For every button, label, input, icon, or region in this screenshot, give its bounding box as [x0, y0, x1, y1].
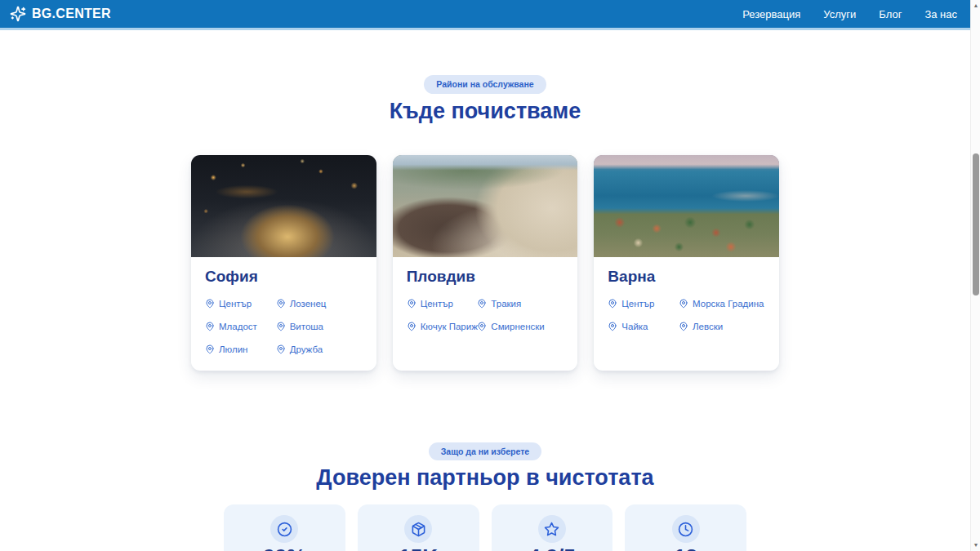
varna-sea-coast-aerial-image	[594, 155, 779, 257]
stat-cards: 99% 15K 4.9/5 12	[224, 504, 746, 551]
stat-icon-circle	[270, 515, 298, 543]
district-item: Център	[608, 299, 679, 309]
scroll-down-arrow[interactable]: ▼	[971, 540, 980, 550]
district-label: Лозенец	[290, 299, 327, 309]
district-label: Тракия	[491, 299, 521, 309]
map-pin-icon	[679, 299, 688, 309]
district-item: Център	[407, 299, 478, 309]
map-pin-icon	[205, 344, 215, 354]
city-name: Варна	[608, 268, 765, 286]
section-title: Доверен партньор в чистотата	[0, 465, 970, 491]
map-pin-icon	[407, 322, 416, 331]
city-cards: София ЦентърЛозенецМладостВитошаЛюлинДру…	[191, 155, 779, 371]
map-pin-icon	[276, 322, 286, 331]
star-icon	[544, 522, 559, 537]
city-name: София	[205, 268, 363, 286]
district-item: Младост	[205, 322, 276, 331]
stat-card: 12	[625, 504, 746, 551]
city-card: Пловдив ЦентърТракияКючук ПарижСмирненск…	[393, 155, 578, 371]
district-list: ЦентърМорска ГрадинаЧайкаЛевски	[608, 299, 765, 331]
stat-value: 4.9/5	[492, 545, 613, 551]
district-label: Смирненски	[491, 322, 544, 331]
section-title: Къде почистваме	[0, 99, 970, 124]
map-pin-icon	[477, 299, 487, 309]
district-item: Витоша	[276, 322, 363, 331]
city-name: Пловдив	[407, 268, 564, 286]
nav-link[interactable]: Блог	[879, 8, 902, 20]
district-label: Дружба	[290, 344, 323, 354]
district-label: Център	[219, 299, 252, 309]
plovdiv-ancient-theatre-image	[393, 155, 578, 257]
district-item: Морска Градина	[679, 299, 765, 309]
section-badge: Защо да ни изберете	[429, 442, 541, 461]
stat-card: 99%	[224, 504, 345, 551]
header: BG.CENTER РезервацияУслугиБлогЗа нас	[0, 0, 970, 30]
stat-icon-circle	[672, 515, 700, 543]
district-item: Дружба	[276, 344, 363, 354]
nav-link[interactable]: Резервация	[742, 8, 800, 20]
stat-icon-circle	[538, 515, 566, 543]
clock-icon	[678, 522, 693, 537]
sparkles-icon	[10, 6, 26, 22]
map-pin-icon	[276, 299, 286, 309]
district-item: Чайка	[608, 322, 679, 331]
district-item: Левски	[679, 322, 765, 331]
district-item: Тракия	[477, 299, 564, 309]
main-nav: РезервацияУслугиБлогЗа нас	[742, 8, 957, 20]
stat-icon-circle	[404, 515, 432, 543]
district-label: Център	[621, 299, 654, 309]
map-pin-icon	[205, 299, 215, 309]
city-card: Варна ЦентърМорска ГрадинаЧайкаЛевски	[594, 155, 779, 371]
map-pin-icon	[276, 344, 286, 354]
service-areas-section: Райони на обслужване Къде почистваме Соф…	[0, 30, 970, 371]
scrollbar[interactable]: ▲ ▼	[970, 0, 980, 551]
check-circle-icon	[277, 522, 292, 537]
map-pin-icon	[679, 322, 688, 331]
district-item: Люлин	[205, 344, 276, 354]
district-item: Смирненски	[477, 322, 564, 331]
stat-value: 12	[625, 545, 746, 551]
district-label: Чайка	[621, 322, 648, 331]
district-item: Кючук Париж	[407, 322, 478, 331]
scroll-up-arrow[interactable]: ▲	[971, 1, 980, 11]
district-label: Център	[421, 299, 453, 309]
nav-link[interactable]: Услуги	[823, 8, 856, 20]
map-pin-icon	[477, 322, 487, 331]
district-label: Младост	[219, 322, 257, 331]
district-label: Левски	[693, 322, 723, 331]
map-pin-icon	[608, 322, 617, 331]
stat-value: 15K	[358, 545, 479, 551]
district-list: ЦентърЛозенецМладостВитошаЛюлинДружба	[205, 299, 363, 354]
city-card: София ЦентърЛозенецМладостВитошаЛюлинДру…	[191, 155, 376, 371]
district-item: Лозенец	[276, 299, 363, 309]
sofia-cathedral-night-aerial-image	[191, 155, 376, 257]
district-label: Люлин	[219, 344, 247, 354]
page: BG.CENTER РезервацияУслугиБлогЗа нас Рай…	[0, 0, 970, 551]
map-pin-icon	[407, 299, 416, 309]
stat-card: 15K	[358, 504, 479, 551]
district-item: Център	[205, 299, 276, 309]
section-badge: Райони на обслужване	[424, 75, 546, 94]
stat-value: 99%	[224, 545, 345, 551]
brand-name: BG.CENTER	[32, 7, 111, 21]
nav-link[interactable]: За нас	[924, 8, 957, 20]
package-icon	[411, 522, 426, 537]
stat-card: 4.9/5	[492, 504, 613, 551]
district-label: Кючук Париж	[421, 322, 478, 331]
brand-logo[interactable]: BG.CENTER	[10, 6, 111, 22]
district-label: Морска Градина	[693, 299, 764, 309]
district-label: Витоша	[290, 322, 323, 331]
why-us-section: Защо да ни изберете Доверен партньор в ч…	[0, 371, 970, 551]
map-pin-icon	[608, 299, 617, 309]
district-list: ЦентърТракияКючук ПарижСмирненски	[407, 299, 564, 331]
scrollbar-thumb[interactable]	[973, 153, 979, 295]
map-pin-icon	[205, 322, 215, 331]
